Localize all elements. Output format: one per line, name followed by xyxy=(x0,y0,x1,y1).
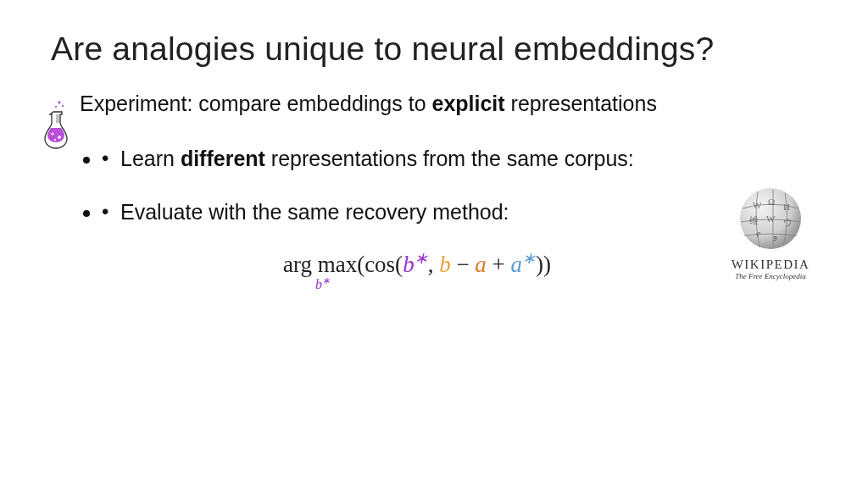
wikipedia-logo: WΩИ 维Wウ የو WIKIPEDIA The Free Encycloped… xyxy=(724,185,817,280)
comma: , xyxy=(428,252,440,277)
argmax-subscript: b∗ xyxy=(315,275,330,292)
wikipedia-tagline: The Free Encyclopedia xyxy=(724,272,817,280)
subtitle-suffix: representations xyxy=(505,92,657,115)
svg-text:И: И xyxy=(783,202,790,212)
flask-icon xyxy=(41,100,71,152)
wikipedia-globe-icon: WΩИ 维Wウ የو xyxy=(734,185,807,252)
bullet-evaluate: Evaluate with the same recovery method: xyxy=(102,200,817,225)
wikipedia-wordmark: WIKIPEDIA xyxy=(724,258,817,272)
lparen-cos: (cos( xyxy=(357,252,403,277)
svg-point-5 xyxy=(54,139,56,141)
bullet-text: Evaluate with the same recovery method: xyxy=(120,200,509,224)
var-bstar: b∗ xyxy=(403,252,428,277)
slide: Are analogies unique to neural embedding… xyxy=(0,0,868,488)
slide-title: Are analogies unique to neural embedding… xyxy=(51,30,817,68)
svg-point-1 xyxy=(62,105,64,107)
bullet-text: Learn xyxy=(120,147,181,170)
rparen: )) xyxy=(536,252,551,277)
svg-text:W: W xyxy=(753,200,762,210)
svg-point-0 xyxy=(58,102,61,104)
svg-point-4 xyxy=(58,136,61,139)
experiment-line: Experiment: compare embeddings to explic… xyxy=(80,92,817,116)
svg-text:W: W xyxy=(766,214,776,224)
bullet-learn: Learn different representations from the… xyxy=(102,147,817,171)
svg-point-2 xyxy=(55,106,57,108)
minus: − xyxy=(451,252,476,277)
plus: + xyxy=(487,252,511,277)
svg-text:ウ: ウ xyxy=(783,217,793,227)
bullet-text: representations from the same corpus: xyxy=(265,147,634,170)
svg-text:Ω: Ω xyxy=(768,197,775,207)
svg-text:و: و xyxy=(772,230,777,241)
subtitle-prefix: Experiment: compare embeddings to xyxy=(80,92,432,115)
subtitle-bold: explicit xyxy=(432,92,505,115)
var-a: a xyxy=(475,252,487,277)
svg-text:የ: የ xyxy=(756,229,760,239)
var-astar: a∗ xyxy=(511,252,537,277)
var-b: b xyxy=(439,252,451,277)
svg-text:维: 维 xyxy=(749,215,759,225)
argmax-label: arg max xyxy=(283,252,357,277)
bullet-bold: different xyxy=(181,147,265,170)
formula: arg max b∗ (cos(b∗, b − a + a∗)) xyxy=(17,248,817,278)
bullet-list: Learn different representations from the… xyxy=(102,147,817,225)
svg-point-3 xyxy=(51,132,53,135)
argmax: arg max b∗ xyxy=(283,252,357,278)
